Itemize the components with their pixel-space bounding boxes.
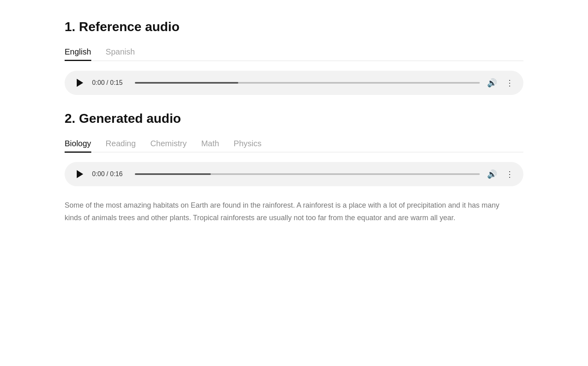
reference-audio-player: 0:00 / 0:15 🔊 ⋮: [65, 71, 523, 95]
volume-icon: 🔊: [487, 78, 497, 88]
generated-more-button[interactable]: ⋮: [504, 168, 515, 180]
generated-audio-section: 2. Generated audio Biology Reading Chemi…: [65, 111, 523, 224]
play-icon-2: [77, 170, 83, 178]
reference-more-button[interactable]: ⋮: [504, 77, 515, 88]
tab-spanish[interactable]: Spanish: [106, 44, 135, 61]
generated-progress-fill: [135, 173, 211, 175]
tab-english[interactable]: English: [65, 44, 91, 61]
generated-progress-track[interactable]: [135, 173, 480, 175]
generated-play-button[interactable]: [73, 168, 86, 181]
play-icon: [77, 79, 83, 87]
more-icon: ⋮: [506, 78, 514, 88]
tab-biology[interactable]: Biology: [65, 136, 91, 153]
reference-play-button[interactable]: [73, 76, 86, 89]
tab-physics[interactable]: Physics: [234, 136, 262, 153]
section2-title: 2. Generated audio: [65, 111, 523, 126]
generated-description: Some of the most amazing habitats on Ear…: [65, 199, 509, 224]
more-icon-2: ⋮: [506, 169, 514, 179]
reference-time-display: 0:00 / 0:15: [92, 79, 128, 86]
reference-progress-track[interactable]: [135, 82, 480, 84]
tab-reading[interactable]: Reading: [106, 136, 136, 153]
generated-volume-button[interactable]: 🔊: [486, 168, 498, 180]
tab-math[interactable]: Math: [201, 136, 219, 153]
generated-time-display: 0:00 / 0:16: [92, 170, 128, 178]
generated-tabs: Biology Reading Chemistry Math Physics: [65, 136, 523, 153]
volume-icon-2: 🔊: [487, 169, 497, 179]
generated-audio-player: 0:00 / 0:16 🔊 ⋮: [65, 162, 523, 186]
reference-audio-section: 1. Reference audio English Spanish 0:00 …: [65, 19, 523, 95]
section1-title: 1. Reference audio: [65, 19, 523, 34]
tab-chemistry[interactable]: Chemistry: [150, 136, 187, 153]
reference-progress-fill: [135, 82, 238, 84]
reference-volume-button[interactable]: 🔊: [486, 77, 498, 88]
reference-tabs: English Spanish: [65, 44, 523, 61]
